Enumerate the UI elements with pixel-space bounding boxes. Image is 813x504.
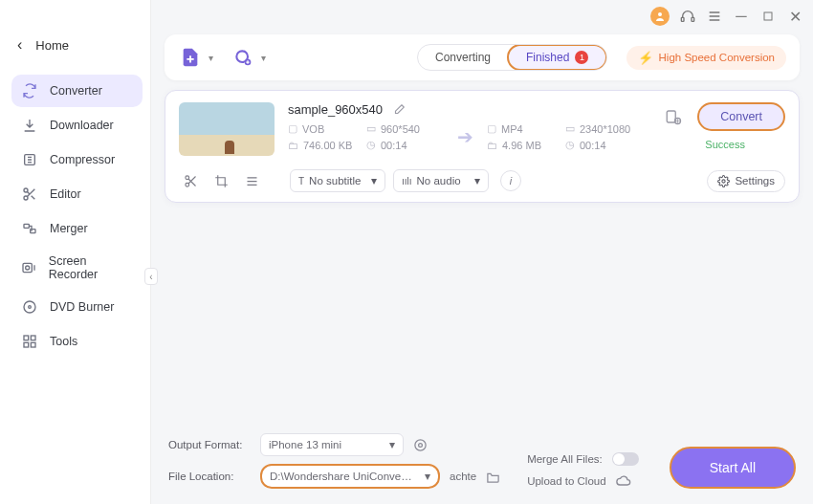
chevron-left-icon: ‹ — [17, 36, 22, 54]
subtitle-select[interactable]: TNo subtitle ▾ — [290, 169, 385, 192]
add-url-icon[interactable] — [231, 45, 255, 70]
headset-icon[interactable] — [679, 8, 696, 25]
screen-icon: ▭ — [366, 122, 376, 135]
sidebar-item-label: Screen Recorder — [49, 254, 133, 281]
grid-icon — [21, 333, 38, 350]
svg-point-8 — [29, 306, 32, 309]
sidebar-item-editor[interactable]: Editor — [11, 178, 143, 210]
info-icon[interactable]: i — [500, 170, 521, 191]
download-icon — [21, 117, 38, 134]
cloud-icon[interactable] — [616, 473, 631, 489]
svg-point-1 — [24, 188, 28, 192]
settings-label: Settings — [735, 175, 775, 186]
settings-button[interactable]: Settings — [707, 170, 785, 192]
sidebar-item-label: Editor — [50, 187, 81, 201]
sidebar-item-dvdburner[interactable]: DVD Burner — [11, 291, 143, 323]
file-card: sample_960x540 ▢VOB ▭960*540 ➔ ▢MP4 ▭234… — [165, 90, 800, 203]
video-thumbnail[interactable] — [179, 102, 275, 156]
add-file-dropdown[interactable]: ▾ — [209, 53, 213, 63]
edit-filename-icon[interactable] — [392, 103, 406, 117]
scissors-icon — [21, 186, 38, 203]
src-size: 🗀746.00 KB — [288, 140, 355, 151]
sidebar: ‹ Home Converter Downloader Compressor E… — [0, 0, 151, 504]
svg-point-7 — [24, 301, 35, 313]
file-location-label: File Location: — [168, 471, 251, 482]
svg-rect-10 — [31, 336, 35, 340]
svg-point-2 — [24, 196, 28, 200]
high-speed-button[interactable]: ⚡ High Speed Conversion — [626, 46, 786, 70]
main-area: ─ ✕ ▾ ▾ Converting Finished 1 ⚡ High Spe… — [151, 0, 813, 504]
merge-label: Merge All Files: — [527, 453, 603, 465]
chevron-down-icon: ▾ — [371, 174, 377, 187]
dst-size: 🗀4.96 MB — [487, 140, 554, 151]
svg-point-13 — [658, 12, 662, 16]
sidebar-item-label: Tools — [50, 335, 77, 348]
preset-settings-icon[interactable] — [665, 108, 682, 125]
home-nav[interactable]: ‹ Home — [0, 29, 150, 71]
add-file-icon[interactable] — [178, 45, 203, 70]
film-icon: ▢ — [288, 122, 297, 135]
folder-icon: 🗀 — [487, 140, 497, 151]
svg-point-24 — [419, 443, 423, 447]
merge-icon — [21, 220, 38, 237]
add-url-dropdown[interactable]: ▾ — [261, 53, 266, 63]
tab-finished[interactable]: Finished 1 — [507, 44, 607, 71]
menu-icon[interactable] — [706, 8, 723, 25]
sidebar-item-label: Merger — [50, 222, 88, 235]
sidebar-item-merger[interactable]: Merger — [11, 212, 143, 245]
svg-point-6 — [26, 266, 30, 270]
src-duration: ◷00:14 — [366, 139, 443, 151]
tabs: Converting Finished 1 — [417, 44, 607, 71]
svg-rect-11 — [24, 342, 29, 347]
sidebar-item-tools[interactable]: Tools — [11, 325, 143, 358]
file-name: sample_960x540 — [288, 102, 383, 117]
maximize-icon[interactable] — [759, 8, 777, 25]
file-location-select[interactable]: D:\Wondershare UniConverter 1 ▾ — [260, 464, 440, 489]
refresh-icon — [21, 82, 38, 99]
disc-icon — [21, 298, 38, 316]
svg-rect-16 — [764, 12, 772, 20]
screen-icon: ▭ — [565, 122, 575, 135]
sidebar-item-label: Converter — [50, 84, 102, 98]
titlebar: ─ ✕ — [151, 0, 813, 29]
sidebar-item-label: DVD Burner — [50, 300, 114, 314]
sidebar-collapse-handle[interactable]: ‹ — [144, 268, 158, 285]
convert-button[interactable]: Convert — [697, 102, 785, 131]
sidebar-item-screenrecorder[interactable]: Screen Recorder — [11, 247, 143, 289]
audio-select[interactable]: ıılıNo audio ▾ — [393, 169, 489, 192]
audio-value: No audio — [417, 175, 461, 186]
minimize-icon[interactable]: ─ — [733, 8, 750, 25]
start-all-button[interactable]: Start All — [670, 447, 796, 489]
dst-resolution: ▭2340*1080 — [565, 122, 644, 135]
svg-rect-9 — [24, 336, 29, 340]
subtitle-icon: T — [298, 176, 304, 186]
home-label: Home — [35, 38, 69, 53]
subtitle-value: No subtitle — [309, 175, 361, 186]
chevron-down-icon: ▾ — [425, 470, 430, 483]
src-format: ▢VOB — [288, 122, 355, 135]
chevron-down-icon: ▾ — [389, 438, 395, 451]
nav-list: Converter Downloader Compressor Editor M… — [0, 71, 150, 358]
sidebar-item-converter[interactable]: Converter — [11, 75, 143, 107]
film-icon: ▢ — [487, 122, 496, 135]
gear-icon — [717, 175, 730, 187]
high-speed-label: High Speed Conversion — [659, 52, 775, 63]
svg-rect-14 — [681, 17, 684, 21]
more-icon[interactable] — [240, 169, 263, 192]
sidebar-item-downloader[interactable]: Downloader — [11, 109, 143, 142]
dst-format: ▢MP4 — [487, 122, 554, 135]
tab-label: Finished — [526, 51, 569, 64]
close-icon[interactable]: ✕ — [786, 8, 803, 25]
trim-icon[interactable] — [179, 169, 202, 192]
open-folder-icon[interactable] — [486, 470, 500, 484]
output-format-select[interactable]: iPhone 13 mini ▾ — [260, 433, 404, 456]
crop-icon[interactable] — [209, 169, 232, 192]
output-settings-icon[interactable] — [413, 438, 428, 452]
svg-point-25 — [415, 439, 426, 449]
user-avatar-icon[interactable] — [650, 7, 670, 26]
sidebar-item-compressor[interactable]: Compressor — [11, 143, 143, 176]
tab-converting[interactable]: Converting — [418, 45, 508, 70]
upload-label: Upload to Cloud — [527, 475, 605, 487]
merge-toggle[interactable] — [612, 452, 639, 466]
svg-point-23 — [722, 179, 725, 182]
